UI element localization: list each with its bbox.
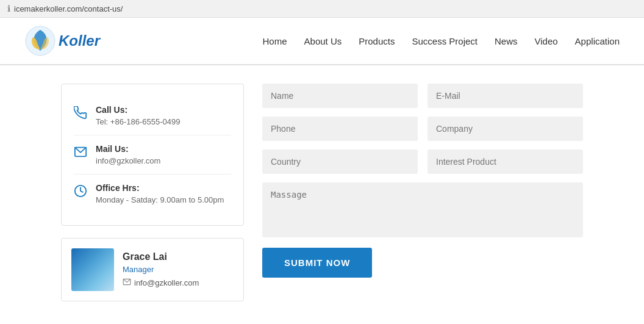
office-hrs-item: Office Hrs: Monday - Satday: 9.00am to 5… [74, 175, 231, 213]
submit-button[interactable]: SUBMIT NOW [262, 248, 372, 278]
nav-video[interactable]: Video [535, 36, 558, 46]
nav-application[interactable]: Application [575, 36, 620, 46]
mail-us-value: info@gzkoller.com [96, 156, 160, 165]
main-nav: Home About Us Products Success Project N… [263, 36, 620, 46]
office-hrs-value: Monday - Satday: 9.00am to 5.00pm [96, 195, 224, 204]
staff-details: Grace Lai Manager info@gzkoller.com [123, 251, 199, 288]
main-content: Call Us: Tel: +86-186-6555-0499 Mail Us:… [0, 65, 644, 320]
office-hrs-info: Office Hrs: Monday - Satday: 9.00am to 5… [96, 183, 224, 204]
envelope-icon [123, 278, 131, 288]
url-text: icemakerkoller.com/contact-us/ [14, 4, 123, 13]
phone-icon [74, 106, 87, 123]
staff-name: Grace Lai [123, 251, 199, 262]
staff-title: Manager [123, 265, 199, 274]
form-row-2 [262, 117, 583, 141]
nav-products[interactable]: Products [359, 36, 395, 46]
header: Koller Home About Us Products Success Pr… [0, 18, 644, 65]
nav-success[interactable]: Success Project [412, 36, 478, 46]
interest-input[interactable] [428, 149, 583, 174]
left-panel: Call Us: Tel: +86-186-6555-0499 Mail Us:… [61, 84, 244, 301]
mail-us-info: Mail Us: info@gzkoller.com [96, 144, 160, 165]
call-us-info: Call Us: Tel: +86-186-6555-0499 [96, 105, 180, 126]
logo-text: Koller [59, 32, 100, 49]
mail-us-label: Mail Us: [96, 144, 160, 154]
staff-email-row: info@gzkoller.com [123, 278, 199, 288]
staff-email-value: info@gzkoller.com [134, 278, 199, 287]
country-input[interactable] [262, 149, 418, 174]
phone-input[interactable] [262, 117, 418, 141]
call-us-value: Tel: +86-186-6555-0499 [96, 117, 180, 126]
nav-news[interactable]: News [495, 36, 518, 46]
contact-form: SUBMIT NOW [262, 84, 583, 301]
nav-about[interactable]: About Us [304, 36, 342, 46]
company-input[interactable] [428, 117, 583, 141]
mail-us-item: Mail Us: info@gzkoller.com [74, 135, 231, 175]
staff-card: Grace Lai Manager info@gzkoller.com [61, 238, 244, 301]
nav-home[interactable]: Home [263, 36, 287, 46]
message-textarea[interactable] [262, 182, 583, 237]
address-bar: ℹ icemakerkoller.com/contact-us/ [0, 0, 644, 18]
form-row-1 [262, 84, 583, 108]
call-us-item: Call Us: Tel: +86-186-6555-0499 [74, 96, 231, 135]
logo-icon [24, 25, 56, 57]
name-input[interactable] [262, 84, 418, 108]
form-row-3 [262, 149, 583, 174]
mail-icon [74, 145, 87, 162]
call-us-label: Call Us: [96, 105, 180, 115]
office-hrs-label: Office Hrs: [96, 183, 224, 193]
email-input[interactable] [428, 84, 583, 108]
contact-info-box: Call Us: Tel: +86-186-6555-0499 Mail Us:… [61, 84, 244, 226]
info-icon: ℹ [7, 4, 10, 13]
clock-icon [74, 184, 87, 201]
logo: Koller [24, 25, 100, 57]
staff-photo [71, 248, 114, 291]
